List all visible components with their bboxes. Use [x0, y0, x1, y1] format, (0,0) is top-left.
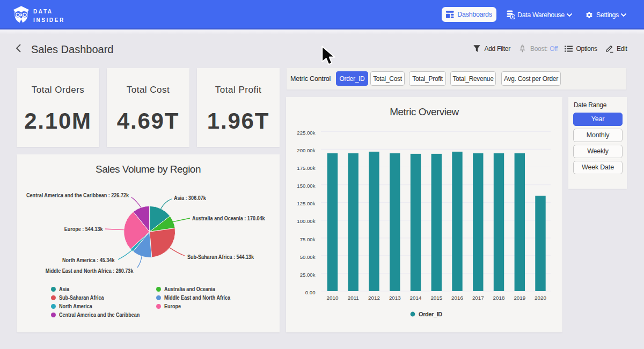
svg-text:175.00k: 175.00k [297, 165, 315, 171]
svg-text:75.00k: 75.00k [300, 236, 316, 242]
svg-text:50.00k: 50.00k [300, 254, 316, 260]
svg-text:200.00k: 200.00k [297, 147, 315, 153]
svg-text:Order_ID: Order_ID [419, 311, 442, 317]
svg-text:225.00k: 225.00k [297, 130, 315, 136]
svg-text:25.00k: 25.00k [300, 272, 316, 278]
svg-text:2014: 2014 [410, 295, 422, 301]
svg-text:2015: 2015 [430, 295, 442, 301]
svg-text:2017: 2017 [472, 295, 484, 301]
svg-text:2013: 2013 [389, 295, 401, 301]
svg-text:2019: 2019 [514, 295, 525, 301]
svg-text:150.00k: 150.00k [297, 183, 315, 189]
svg-text:2012: 2012 [368, 295, 380, 301]
svg-text:2011: 2011 [348, 295, 359, 301]
svg-text:100.00k: 100.00k [297, 218, 315, 224]
svg-text:2020: 2020 [535, 295, 546, 301]
svg-text:2016: 2016 [451, 295, 463, 301]
svg-text:125.00k: 125.00k [297, 201, 315, 206]
svg-text:2018: 2018 [493, 295, 505, 301]
svg-text:0.00: 0.00 [305, 289, 316, 295]
svg-text:2010: 2010 [327, 295, 339, 301]
